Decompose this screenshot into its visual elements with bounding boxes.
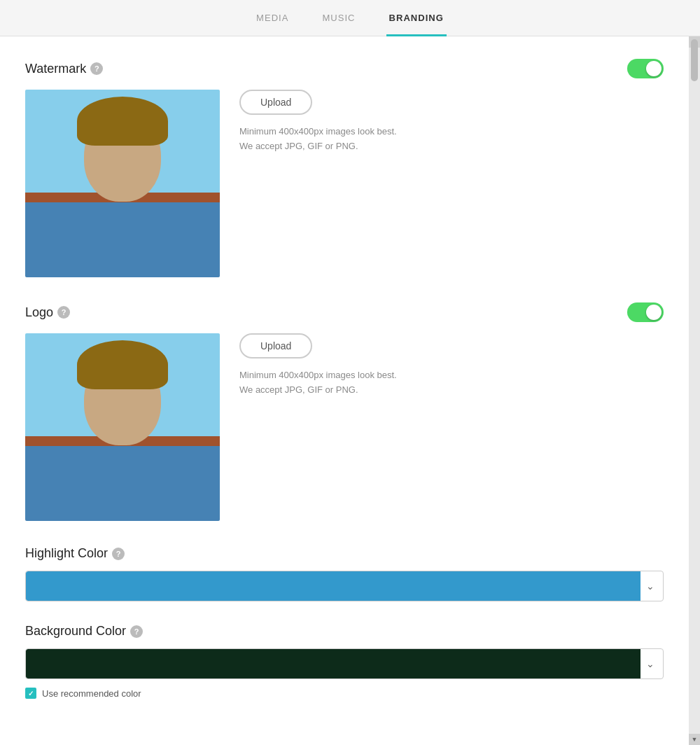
background-color-title-group: Background Color ?	[25, 624, 664, 639]
content-area: Watermark ? Upload Minimum 400x400p	[0, 36, 689, 745]
watermark-hint-line1: Minimum 400x400px images look best.	[239, 126, 397, 137]
highlight-color-title-group: Highlight Color ?	[25, 546, 664, 561]
highlight-color-section: Highlight Color ? ⌄	[25, 546, 664, 601]
tab-music[interactable]: MUSIC	[319, 1, 358, 36]
watermark-hint-line2: We accept JPG, GIF or PNG.	[239, 141, 358, 151]
watermark-header: Watermark ?	[25, 59, 664, 78]
background-chevron-down-icon: ⌄	[646, 658, 654, 669]
scrollbar-arrow-down[interactable]: ▼	[689, 734, 700, 745]
tab-branding[interactable]: BRANDING	[386, 1, 447, 36]
top-nav: MEDIA MUSIC BRANDING	[0, 0, 700, 36]
watermark-title-group: Watermark ?	[25, 62, 103, 76]
watermark-hint: Minimum 400x400px images look best. We a…	[239, 125, 397, 154]
logo-title-group: Logo ?	[25, 305, 70, 320]
logo-toggle-thumb	[646, 305, 662, 320]
logo-upload-row: Upload Minimum 400x400px images look bes…	[25, 333, 664, 521]
logo-header: Logo ?	[25, 302, 664, 322]
background-color-title: Background Color	[25, 624, 126, 639]
watermark-upload-area: Upload Minimum 400x400px images look bes…	[239, 90, 397, 154]
highlight-color-title: Highlight Color	[25, 546, 108, 561]
background-color-dropdown[interactable]: ⌄	[25, 648, 664, 679]
background-color-extra: Use recommended color	[25, 688, 664, 699]
use-recommended-checkbox[interactable]	[25, 688, 36, 699]
tab-media[interactable]: MEDIA	[253, 1, 291, 36]
logo-help-icon[interactable]: ?	[57, 306, 70, 319]
highlight-color-help-icon[interactable]: ?	[112, 548, 125, 560]
highlight-color-swatch	[26, 571, 640, 601]
logo-upload-area: Upload Minimum 400x400px images look bes…	[239, 333, 397, 398]
watermark-toggle[interactable]	[627, 59, 664, 78]
logo-section: Logo ? Upload Minimum 400x400px ima	[25, 302, 664, 521]
watermark-section: Watermark ? Upload Minimum 400x400p	[25, 59, 664, 277]
watermark-preview-image	[25, 90, 220, 277]
watermark-upload-button[interactable]: Upload	[239, 90, 312, 115]
logo-upload-button[interactable]: Upload	[239, 333, 312, 358]
logo-toggle[interactable]	[627, 302, 664, 322]
scrollbar-thumb[interactable]	[691, 39, 698, 81]
highlight-color-dropdown[interactable]: ⌄	[25, 571, 664, 601]
logo-hint-line1: Minimum 400x400px images look best.	[239, 370, 397, 380]
use-recommended-label: Use recommended color	[42, 688, 141, 699]
background-color-swatch	[26, 649, 640, 678]
watermark-help-icon[interactable]: ?	[90, 62, 103, 75]
scrollbar-track: ▲ ▼	[689, 36, 700, 745]
watermark-toggle-track	[627, 59, 664, 78]
content-with-scroll: Watermark ? Upload Minimum 400x400p	[0, 36, 700, 745]
watermark-title: Watermark	[25, 62, 86, 76]
background-color-help-icon[interactable]: ?	[130, 625, 143, 638]
logo-toggle-track	[627, 302, 664, 322]
logo-hint-line2: We accept JPG, GIF or PNG.	[239, 384, 358, 395]
highlight-chevron-down-icon: ⌄	[646, 580, 654, 592]
logo-preview-image	[25, 333, 220, 521]
watermark-toggle-thumb	[646, 61, 662, 76]
background-color-section: Background Color ? ⌄ Use recommended col…	[25, 624, 664, 699]
logo-title: Logo	[25, 305, 53, 320]
logo-hint: Minimum 400x400px images look best. We a…	[239, 368, 397, 398]
page-wrapper: MEDIA MUSIC BRANDING Watermark ?	[0, 0, 700, 745]
watermark-upload-row: Upload Minimum 400x400px images look bes…	[25, 90, 664, 277]
